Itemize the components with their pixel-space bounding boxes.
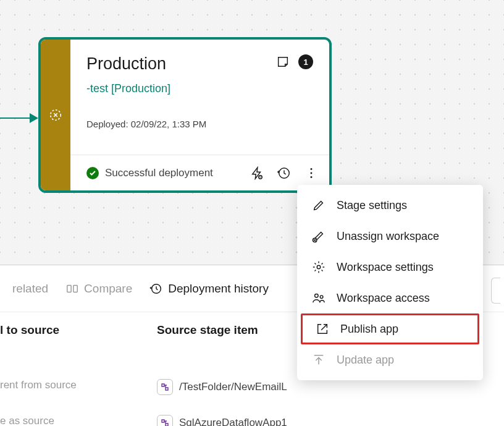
external-link-icon xyxy=(316,322,329,336)
svg-point-5 xyxy=(311,176,313,177)
compare-icon xyxy=(65,282,79,296)
menu-label: Update app xyxy=(337,354,394,367)
menu-workspace-settings[interactable]: Workspace settings xyxy=(297,252,483,283)
stage-subtitle: -test [Production] xyxy=(70,80,329,95)
list-item[interactable]: /TestFolder/NewEmailL xyxy=(157,379,287,395)
tb-history[interactable]: Deployment history xyxy=(149,282,269,296)
stage-body: Production 1 -test [Production] Deployed… xyxy=(70,40,329,190)
right-collapse-button[interactable] xyxy=(491,278,500,304)
menu-stage-settings[interactable]: Stage settings xyxy=(297,190,483,221)
unassign-icon xyxy=(312,229,326,243)
deployment-status: Successful deployment xyxy=(105,167,244,179)
pencil-icon xyxy=(312,198,326,212)
flow-arrow xyxy=(0,114,38,122)
row-status: e as source xyxy=(0,415,54,426)
menu-label: Unassign workspace xyxy=(337,230,439,243)
gear-icon xyxy=(312,260,326,274)
svg-point-9 xyxy=(320,296,323,299)
stage-count-badge: 1 xyxy=(298,54,313,69)
tb-related: related xyxy=(12,282,48,296)
deployed-timestamp: Deployed: 02/09/22, 1:33 PM xyxy=(70,95,329,129)
svg-point-3 xyxy=(311,168,313,170)
more-icon[interactable] xyxy=(304,166,318,180)
list-item[interactable]: SqlAzureDataflowApp1 xyxy=(157,415,287,426)
svg-rect-11 xyxy=(74,285,77,292)
svg-point-7 xyxy=(317,265,321,269)
menu-unassign-workspace[interactable]: Unassign workspace xyxy=(297,221,483,252)
col-header-source: l to source xyxy=(0,323,157,337)
menu-publish-app[interactable]: Publish app xyxy=(301,313,479,344)
menu-workspace-access[interactable]: Workspace access xyxy=(297,283,483,313)
stage-status-bar xyxy=(41,40,70,190)
dataflow-icon xyxy=(157,379,173,395)
item-name: /TestFolder/NewEmailL xyxy=(179,381,287,393)
history-icon[interactable] xyxy=(277,166,291,180)
success-icon xyxy=(86,167,99,179)
rules-icon[interactable] xyxy=(250,166,264,180)
people-icon xyxy=(312,291,326,305)
menu-label: Stage settings xyxy=(337,199,407,212)
sync-icon xyxy=(49,108,62,122)
menu-label: Publish app xyxy=(340,323,398,336)
menu-label: Workspace settings xyxy=(337,261,434,274)
svg-point-4 xyxy=(311,172,313,174)
dataflow-icon xyxy=(157,415,173,426)
production-stage-card[interactable]: Production 1 -test [Production] Deployed… xyxy=(38,37,332,193)
stage-title: Production xyxy=(86,54,166,74)
svg-point-8 xyxy=(315,294,318,298)
history-icon xyxy=(149,282,163,296)
menu-update-app: Update app xyxy=(297,344,483,375)
svg-rect-10 xyxy=(67,285,71,292)
tb-compare: Compare xyxy=(65,282,132,296)
row-status: rent from source xyxy=(0,379,77,391)
menu-label: Workspace access xyxy=(337,292,430,305)
item-name: SqlAzureDataflowApp1 xyxy=(179,417,287,426)
upload-icon xyxy=(312,353,326,367)
stage-context-menu: Stage settings Unassign workspace Worksp… xyxy=(297,185,483,380)
note-icon[interactable] xyxy=(276,55,290,69)
